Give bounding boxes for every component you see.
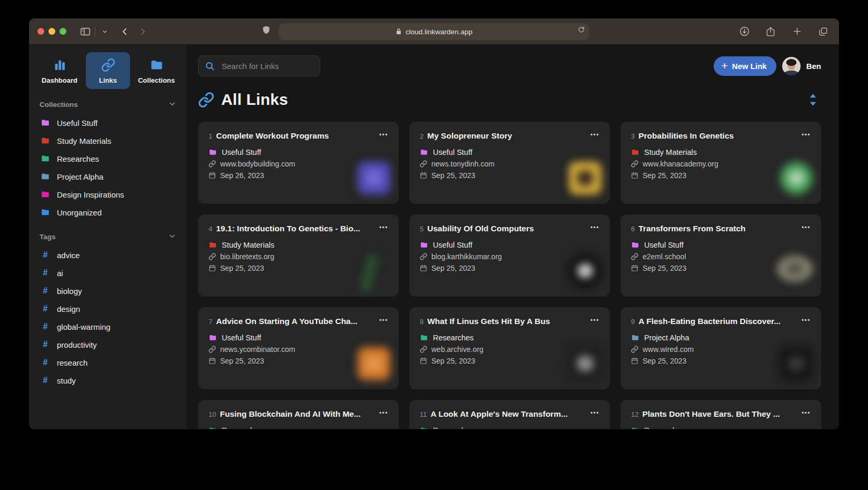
forward-button[interactable] — [135, 24, 150, 39]
card-menu-icon[interactable]: ••• — [590, 317, 599, 324]
link-card[interactable]: 1 Complete Workout Programs ••• Useful S… — [198, 122, 399, 204]
hash-icon: # — [41, 250, 50, 260]
card-collection[interactable]: Researches — [420, 334, 599, 342]
card-title: A Look At Apple's New Transform... — [431, 409, 586, 419]
sidebar-collection-item[interactable]: Study Materials — [37, 132, 179, 150]
card-collection[interactable]: Useful Stuff — [420, 241, 599, 249]
card-collection[interactable]: Researches — [420, 426, 599, 429]
card-collection[interactable]: Project Alpha — [631, 334, 811, 342]
link-card[interactable]: 3 Probabilities In Genetics ••• Study Ma… — [620, 122, 821, 204]
card-collection[interactable]: Researches — [631, 426, 811, 429]
card-date: Sep 26, 2023 — [220, 171, 264, 180]
card-menu-icon[interactable]: ••• — [802, 131, 811, 139]
folder-icon — [41, 136, 50, 145]
hash-icon: # — [41, 304, 50, 313]
link-card[interactable]: 11 A Look At Apple's New Transform... ••… — [409, 400, 610, 429]
reload-icon[interactable] — [577, 26, 585, 35]
card-collection[interactable]: Study Materials — [209, 241, 388, 249]
link-card[interactable]: 4 19.1: Introduction To Genetics - Bio..… — [198, 214, 399, 297]
calendar-icon — [631, 264, 638, 272]
collection-label: Researches — [433, 426, 474, 429]
tag-label: biology — [57, 287, 82, 296]
address-bar[interactable]: cloud.linkwarden.app — [279, 23, 589, 40]
folder-icon — [41, 118, 50, 128]
downloads-icon[interactable] — [737, 24, 752, 39]
card-header: 12 Plants Don't Have Ears. But They ... … — [631, 409, 811, 419]
link-card[interactable]: 6 Transformers From Scratch ••• Useful S… — [620, 214, 821, 297]
sidebar-tag-item[interactable]: # study — [37, 371, 179, 389]
card-menu-icon[interactable]: ••• — [379, 317, 388, 324]
avatar[interactable] — [782, 57, 801, 75]
page-header: All Links — [198, 91, 821, 109]
zoom-window-button[interactable] — [60, 28, 66, 35]
hash-icon: # — [41, 268, 50, 278]
minimize-window-button[interactable] — [48, 28, 55, 35]
sidebar-tag-item[interactable]: # advice — [37, 246, 179, 264]
collection-label: Useful Stuff — [222, 334, 261, 342]
search-input[interactable] — [221, 61, 313, 71]
link-card[interactable]: 7 Advice On Starting A YouTube Cha... ••… — [198, 307, 399, 389]
search-box[interactable] — [198, 55, 320, 76]
sidebar-collection-item[interactable]: Useful Stuff — [37, 114, 179, 132]
favicon-thumbnail — [777, 256, 813, 282]
user-name[interactable]: Ben — [806, 62, 821, 71]
sidebar-collection-item[interactable]: Researches — [37, 150, 179, 168]
card-menu-icon[interactable]: ••• — [590, 224, 599, 231]
card-menu-icon[interactable]: ••• — [590, 131, 599, 139]
card-date: Sep 25, 2023 — [220, 264, 264, 272]
back-button[interactable] — [117, 24, 132, 39]
card-menu-icon[interactable]: ••• — [802, 409, 811, 417]
sidebar-collection-item[interactable]: Unorganized — [37, 203, 179, 221]
card-collection[interactable]: Useful Stuff — [209, 334, 388, 342]
link-card[interactable]: 10 Fusing Blockchain And AI With Me... •… — [198, 400, 399, 429]
sidebar-tag-item[interactable]: # global-warming — [37, 318, 179, 336]
card-collection[interactable]: Useful Stuff — [209, 148, 388, 156]
card-number: 2 — [420, 132, 423, 140]
sidebar-collection-item[interactable]: Project Alpha — [37, 168, 179, 185]
tag-label: global-warming — [57, 322, 111, 331]
tab-collections[interactable]: Collections — [134, 52, 179, 89]
new-link-label: New Link — [732, 62, 767, 71]
close-window-button[interactable] — [37, 28, 44, 35]
link-card[interactable]: 12 Plants Don't Have Ears. But They ... … — [620, 400, 821, 429]
collection-label: Study Materials — [644, 148, 697, 156]
sidebar-toggle-icon[interactable] — [78, 24, 93, 39]
card-menu-icon[interactable]: ••• — [590, 409, 599, 417]
link-card[interactable]: 8 What If Linus Gets Hit By A Bus ••• Re… — [409, 307, 610, 389]
card-collection[interactable]: Useful Stuff — [420, 148, 599, 156]
sidebar-collection-item[interactable]: Design Inspirations — [37, 185, 179, 203]
sidebar-tag-item[interactable]: # design — [37, 300, 179, 318]
sidebar-tag-item[interactable]: # ai — [37, 264, 179, 282]
card-collection[interactable]: Study Materials — [631, 148, 811, 156]
sort-button[interactable] — [805, 92, 821, 108]
share-icon[interactable] — [763, 24, 778, 39]
card-collection[interactable]: Researches — [209, 426, 388, 429]
card-menu-icon[interactable]: ••• — [802, 224, 811, 231]
tags-collapse-icon[interactable] — [168, 232, 176, 242]
link-card[interactable]: 2 My Solopreneur Story ••• Useful Stuff … — [409, 122, 610, 204]
sidebar-tag-item[interactable]: # research — [37, 354, 179, 371]
privacy-shield-icon[interactable] — [261, 24, 271, 38]
link-card[interactable]: 9 A Flesh-Eating Bacterium Discover... •… — [620, 307, 821, 389]
sidebar-tag-item[interactable]: # biology — [37, 282, 179, 300]
card-menu-icon[interactable]: ••• — [379, 224, 388, 231]
card-title: Transformers From Scratch — [638, 224, 797, 233]
new-link-button[interactable]: + New Link — [714, 56, 776, 76]
card-menu-icon[interactable]: ••• — [379, 131, 388, 139]
collections-collapse-icon[interactable] — [168, 100, 176, 110]
tab-dashboard[interactable]: Dashboard — [37, 52, 82, 89]
card-menu-icon[interactable]: ••• — [802, 317, 811, 324]
card-menu-icon[interactable]: ••• — [379, 409, 388, 417]
link-card[interactable]: 5 Usability Of Old Computers ••• Useful … — [409, 214, 610, 297]
new-tab-icon[interactable] — [790, 24, 804, 39]
card-date: Sep 25, 2023 — [643, 171, 686, 180]
tab-overview-icon[interactable] — [816, 24, 831, 39]
card-header: 5 Usability Of Old Computers ••• — [420, 224, 599, 233]
tab-group-chevron-icon[interactable] — [97, 24, 112, 39]
tab-links[interactable]: Links — [86, 52, 130, 89]
card-collection[interactable]: Useful Stuff — [631, 241, 811, 249]
card-header: 4 19.1: Introduction To Genetics - Bio..… — [209, 224, 388, 233]
lock-icon — [396, 28, 402, 35]
collection-label: Researches — [644, 426, 685, 429]
sidebar-tag-item[interactable]: # productivity — [37, 336, 179, 354]
